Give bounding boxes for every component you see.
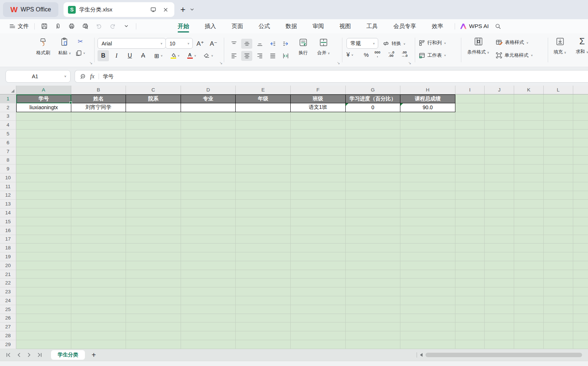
sum-button[interactable]: Σ 求和 ∨ bbox=[571, 37, 588, 55]
cell-C3[interactable] bbox=[126, 112, 181, 121]
cell-C12[interactable] bbox=[126, 191, 181, 200]
row-header-20[interactable]: 20 bbox=[0, 261, 16, 270]
cell-D13[interactable] bbox=[181, 200, 236, 208]
cell-I8[interactable] bbox=[455, 156, 485, 165]
cell-L29[interactable] bbox=[544, 340, 573, 349]
cell-K10[interactable] bbox=[514, 173, 544, 182]
cell-F20[interactable] bbox=[291, 261, 346, 270]
cell-partial-5[interactable] bbox=[573, 130, 588, 138]
cell-A1[interactable]: 学号 bbox=[16, 94, 71, 103]
row-header-8[interactable]: 8 bbox=[0, 156, 16, 165]
cell-D20[interactable] bbox=[181, 261, 236, 270]
cell-K27[interactable] bbox=[514, 322, 544, 331]
cell-B15[interactable] bbox=[71, 217, 126, 226]
cell-B17[interactable] bbox=[71, 235, 126, 244]
cell-K25[interactable] bbox=[514, 305, 544, 314]
cell-C27[interactable] bbox=[126, 322, 181, 331]
wps-ai-button[interactable]: WPS AI bbox=[460, 23, 489, 30]
row-header-16[interactable]: 16 bbox=[0, 226, 16, 235]
cell-C28[interactable] bbox=[126, 331, 181, 340]
cell-H26[interactable] bbox=[400, 314, 455, 323]
row-header-13[interactable]: 13 bbox=[0, 200, 16, 208]
cell-partial-18[interactable] bbox=[573, 244, 588, 252]
number-format-select[interactable]: 常规∨ bbox=[346, 38, 378, 49]
cell-F5[interactable] bbox=[291, 130, 346, 138]
cell-partial-13[interactable] bbox=[573, 200, 588, 208]
row-header-14[interactable]: 14 bbox=[0, 208, 16, 217]
cell-G1[interactable]: 学习进度（百分比） bbox=[346, 94, 401, 103]
cell-B7[interactable] bbox=[71, 147, 126, 156]
font-name-select[interactable]: Arial∨ bbox=[98, 38, 166, 49]
cell-F1[interactable]: 班级 bbox=[291, 94, 346, 103]
column-header-partial[interactable] bbox=[573, 86, 588, 94]
export-pdf-icon[interactable] bbox=[54, 22, 62, 30]
cell-G27[interactable] bbox=[346, 322, 401, 331]
cell-C17[interactable] bbox=[126, 235, 181, 244]
cell-F22[interactable] bbox=[291, 279, 346, 287]
cell-A29[interactable] bbox=[16, 340, 71, 349]
align-left-button[interactable] bbox=[228, 51, 239, 61]
cell-K19[interactable] bbox=[514, 252, 544, 261]
cell-E22[interactable] bbox=[236, 279, 291, 287]
cell-J21[interactable] bbox=[485, 270, 514, 279]
cell-I21[interactable] bbox=[455, 270, 485, 279]
cell-B1[interactable]: 姓名 bbox=[71, 94, 126, 103]
cell-G12[interactable] bbox=[346, 191, 401, 200]
cell-B28[interactable] bbox=[71, 331, 126, 340]
cell-D2[interactable] bbox=[181, 103, 236, 112]
cell-H28[interactable] bbox=[400, 331, 455, 340]
cell-C14[interactable] bbox=[126, 208, 181, 217]
cell-C21[interactable] bbox=[126, 270, 181, 279]
cell-L15[interactable] bbox=[544, 217, 573, 226]
cell-D24[interactable] bbox=[181, 296, 236, 305]
cell-F26[interactable] bbox=[291, 314, 346, 323]
cell-J16[interactable] bbox=[485, 226, 514, 235]
format-painter-button[interactable]: 格式刷 bbox=[33, 37, 53, 56]
cell-D14[interactable] bbox=[181, 208, 236, 217]
cell-F3[interactable] bbox=[291, 112, 346, 121]
cell-I23[interactable] bbox=[455, 287, 485, 296]
cell-E25[interactable] bbox=[236, 305, 291, 314]
cell-D1[interactable]: 专业 bbox=[181, 94, 236, 103]
cell-L25[interactable] bbox=[544, 305, 573, 314]
column-header-I[interactable]: I bbox=[455, 86, 485, 94]
font-color-button[interactable]: A ∨ bbox=[184, 50, 199, 61]
cell-F23[interactable] bbox=[291, 287, 346, 296]
cell-partial-22[interactable] bbox=[573, 279, 588, 287]
cell-E3[interactable] bbox=[236, 112, 291, 121]
fill-button[interactable]: 填充 ∨ bbox=[550, 37, 570, 55]
cell-L24[interactable] bbox=[544, 296, 573, 305]
cell-H29[interactable] bbox=[400, 340, 455, 349]
cell-J20[interactable] bbox=[485, 261, 514, 270]
cell-H21[interactable] bbox=[400, 270, 455, 279]
cell-L23[interactable] bbox=[544, 287, 573, 296]
cell-L13[interactable] bbox=[544, 200, 573, 208]
cell-K5[interactable] bbox=[514, 130, 544, 138]
cell-H13[interactable] bbox=[400, 200, 455, 208]
column-header-K[interactable]: K bbox=[514, 86, 544, 94]
cell-B5[interactable] bbox=[71, 130, 126, 138]
cell-L1[interactable] bbox=[544, 94, 573, 103]
cell-L14[interactable] bbox=[544, 208, 573, 217]
cell-A19[interactable] bbox=[16, 252, 71, 261]
cell-C24[interactable] bbox=[126, 296, 181, 305]
cell-E15[interactable] bbox=[236, 217, 291, 226]
cell-partial-25[interactable] bbox=[573, 305, 588, 314]
cell-L5[interactable] bbox=[544, 130, 573, 138]
cell-J2[interactable] bbox=[485, 103, 514, 112]
borders-button[interactable]: ⊞∨ bbox=[151, 50, 166, 61]
cell-F10[interactable] bbox=[291, 173, 346, 182]
row-header-23[interactable]: 23 bbox=[0, 287, 16, 296]
cell-E11[interactable] bbox=[236, 182, 291, 191]
select-all-corner[interactable] bbox=[0, 86, 16, 94]
row-header-5[interactable]: 5 bbox=[0, 130, 16, 138]
cell-C7[interactable] bbox=[126, 147, 181, 156]
cell-H9[interactable] bbox=[400, 165, 455, 173]
cell-G29[interactable] bbox=[346, 340, 401, 349]
cell-I5[interactable] bbox=[455, 130, 485, 138]
cell-K7[interactable] bbox=[514, 147, 544, 156]
cell-B24[interactable] bbox=[71, 296, 126, 305]
cell-partial-26[interactable] bbox=[573, 314, 588, 323]
cell-I18[interactable] bbox=[455, 244, 485, 252]
cell-partial-23[interactable] bbox=[573, 287, 588, 296]
